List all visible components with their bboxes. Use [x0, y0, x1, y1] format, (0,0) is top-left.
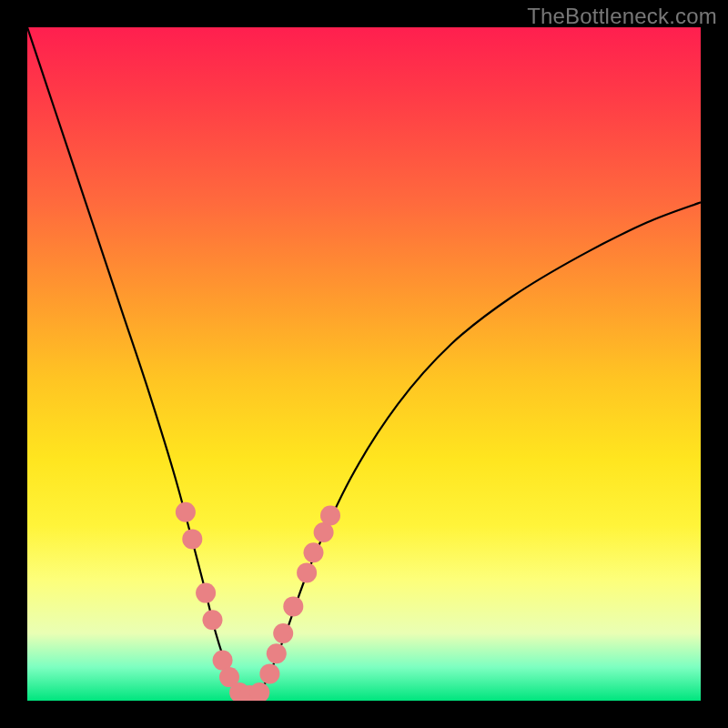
bottleneck-curve-svg	[27, 27, 701, 701]
bottleneck-curve-path	[27, 27, 701, 698]
curve-marker	[297, 562, 317, 582]
watermark-text: TheBottleneck.com	[527, 4, 717, 29]
curve-marker	[320, 506, 340, 526]
curve-marker	[203, 610, 223, 630]
curve-marker	[273, 623, 293, 643]
plot-area	[27, 27, 701, 701]
curve-marker	[304, 542, 324, 562]
curve-marker	[249, 682, 269, 701]
curve-marker	[176, 502, 196, 522]
curve-marker	[259, 663, 279, 683]
chart-frame: TheBottleneck.com	[0, 0, 728, 728]
marker-group	[176, 502, 340, 701]
curve-marker	[182, 529, 202, 549]
curve-marker	[196, 583, 216, 603]
curve-marker	[267, 643, 287, 663]
curve-marker	[283, 596, 303, 616]
